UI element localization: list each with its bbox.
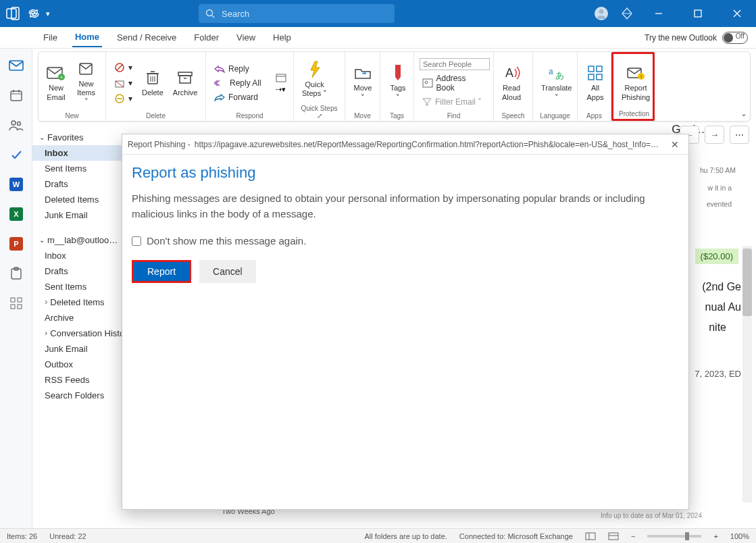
powerpoint-app-icon[interactable]: P: [9, 236, 24, 251]
mail-module-icon[interactable]: [9, 58, 24, 73]
move-button[interactable]: Move ˅: [351, 62, 375, 103]
reply-all-button[interactable]: Reply All: [211, 77, 272, 89]
excel-app-icon[interactable]: X: [9, 207, 24, 222]
view-reading-icon[interactable]: [608, 532, 619, 540]
tab-folder[interactable]: Folder: [191, 28, 222, 47]
svg-point-56: [425, 81, 428, 84]
premium-icon[interactable]: [621, 7, 633, 20]
ribbon-collapse-chevron[interactable]: ⌄: [740, 109, 747, 118]
body-frag-2: evented: [707, 200, 732, 208]
group-apps: Apps: [583, 112, 605, 120]
view-normal-icon[interactable]: [585, 532, 596, 540]
search-box[interactable]: Search: [199, 4, 395, 23]
search-people-input[interactable]: [420, 58, 490, 70]
svg-text:P: P: [14, 240, 18, 248]
forward-arrow-button[interactable]: →: [705, 126, 724, 144]
reply-button[interactable]: Reply: [211, 63, 272, 75]
read-aloud-button[interactable]: ARead Aloud: [499, 62, 524, 103]
svg-line-3: [212, 16, 214, 18]
junk-button[interactable]: ▾: [111, 92, 135, 105]
savings-badge: ($20.00): [695, 249, 738, 264]
product-line-1: (2nd Ge: [702, 281, 741, 293]
calendar-module-icon[interactable]: [9, 88, 24, 103]
svg-text:a: a: [549, 67, 553, 76]
maximize-button[interactable]: [684, 0, 711, 27]
status-sync: All folders are up to date.: [365, 532, 447, 540]
report-phishing-dialog: Report Phishing - https://ipagave.azurew…: [122, 134, 689, 510]
delete-button[interactable]: Delete: [139, 67, 166, 99]
people-module-icon[interactable]: [9, 118, 24, 132]
more-actions-button[interactable]: ⋯: [730, 126, 749, 144]
address-book-button[interactable]: Address Book: [420, 72, 488, 94]
tab-view[interactable]: View: [234, 28, 258, 47]
zoom-out-button[interactable]: −: [631, 532, 635, 540]
svg-text:W: W: [12, 180, 20, 188]
report-phishing-button[interactable]: !Report Phishing: [619, 62, 653, 103]
reading-scrollbar-thumb[interactable]: [742, 249, 752, 316]
svg-rect-70: [609, 533, 618, 540]
try-new-outlook-label: Try the new Outlook: [645, 33, 717, 43]
meeting-icon[interactable]: [276, 72, 288, 83]
tags-button[interactable]: Tags ˅: [386, 62, 410, 103]
more-apps-icon[interactable]: [9, 296, 24, 311]
dialog-title-prefix: Report Phishing -: [128, 140, 191, 149]
svg-rect-13: [11, 91, 22, 101]
translate-button[interactable]: aあTranslate ˅: [538, 62, 574, 103]
svg-text:あ: あ: [555, 70, 564, 80]
report-button[interactable]: Report: [132, 260, 191, 283]
svg-rect-61: [588, 66, 594, 72]
dont-show-again-input[interactable]: [132, 236, 141, 246]
share-icon[interactable]: ⇢▾: [276, 85, 288, 94]
product-line-3: nite: [709, 321, 726, 334]
try-new-outlook-toggle[interactable]: Off: [722, 32, 748, 44]
svg-point-2: [207, 10, 213, 16]
archive-button[interactable]: Archive: [170, 67, 201, 99]
svg-line-38: [116, 81, 124, 87]
zoom-in-button[interactable]: +: [713, 532, 717, 540]
svg-rect-53: [395, 65, 401, 77]
status-items: Items: 26: [7, 532, 37, 540]
ignore-button[interactable]: ▾: [111, 61, 135, 74]
svg-text:A: A: [505, 66, 513, 80]
svg-text:!: !: [640, 74, 642, 80]
quick-steps-button[interactable]: Quick Steps ˅: [299, 59, 330, 99]
cleanup-button[interactable]: ▾: [111, 76, 135, 90]
word-app-icon[interactable]: W: [9, 177, 24, 192]
zoom-slider[interactable]: [647, 535, 701, 538]
ribbon: +New Email New Items ˅ New ▾ ▾ ▾ Delete …: [38, 51, 751, 122]
close-button[interactable]: [724, 0, 751, 27]
svg-rect-28: [18, 298, 22, 302]
svg-point-17: [11, 121, 16, 125]
date-line: 7, 2023, ED: [695, 369, 741, 379]
dont-show-again-checkbox[interactable]: Don't show me this message again.: [132, 235, 679, 247]
svg-rect-27: [11, 298, 15, 302]
dont-show-again-label: Don't show me this message again.: [147, 235, 306, 247]
filter-email-button[interactable]: Filter Email ˅: [420, 96, 488, 108]
tab-help[interactable]: Help: [270, 28, 294, 47]
tasks-icon[interactable]: [9, 266, 24, 281]
dialog-close-button[interactable]: ✕: [667, 139, 683, 150]
svg-rect-12: [9, 61, 23, 70]
sync-icon[interactable]: [27, 7, 39, 20]
group-protection: Protection: [619, 110, 647, 118]
tab-send-receive[interactable]: Send / Receive: [114, 28, 179, 47]
all-apps-button[interactable]: All Apps: [583, 62, 607, 103]
svg-rect-30: [18, 305, 22, 309]
zoom-level: 100%: [730, 532, 749, 540]
group-respond: Respond: [211, 112, 288, 120]
search-placeholder: Search: [222, 9, 249, 19]
tab-home[interactable]: Home: [72, 28, 102, 47]
tab-file[interactable]: File: [41, 28, 60, 47]
search-icon: [205, 9, 215, 18]
todo-module-icon[interactable]: [9, 147, 24, 162]
message-time: hu 7:50 AM: [700, 166, 736, 174]
new-email-button[interactable]: +New Email: [44, 62, 68, 103]
dropdown-icon[interactable]: ▾: [46, 9, 50, 18]
info-footer-text: Info up to date as of Mar 01, 2024: [601, 512, 702, 519]
forward-button[interactable]: Forward: [211, 91, 272, 103]
new-items-button[interactable]: New Items ˅: [72, 58, 100, 108]
body-frag-1: w it in a: [707, 184, 732, 192]
account-icon[interactable]: [594, 6, 609, 21]
cancel-button[interactable]: Cancel: [199, 260, 256, 283]
minimize-button[interactable]: [645, 0, 672, 27]
